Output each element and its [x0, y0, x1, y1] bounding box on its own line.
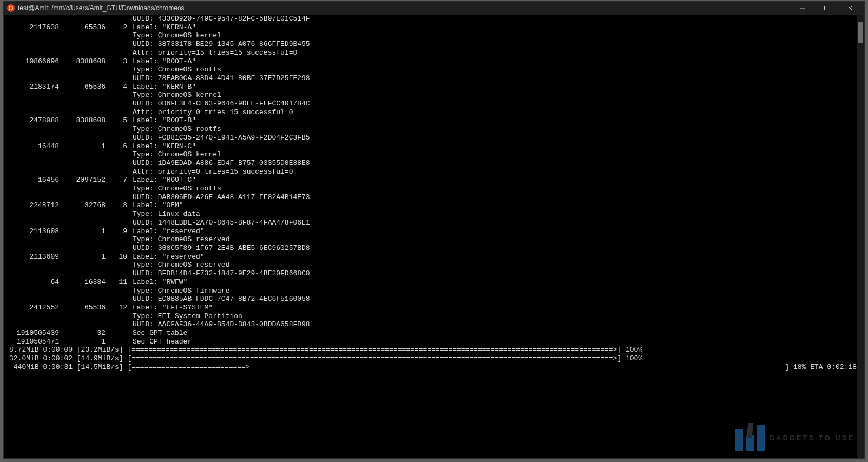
- close-button[interactable]: [838, 2, 862, 15]
- partition-row: 19105054711Sec GPT header: [9, 338, 858, 346]
- maximize-button[interactable]: [814, 2, 838, 15]
- partition-detail-line: Type: Linux data: [9, 210, 858, 219]
- terminal-window: test@Amit: /mnt/c/Users/Amit_GTU/Downloa…: [3, 1, 865, 459]
- scrollbar-thumb[interactable]: [858, 22, 863, 43]
- partition-row: 2183174655364Label: "KERN-B": [9, 83, 858, 91]
- minimize-button[interactable]: [791, 2, 814, 15]
- partition-detail-line: Attr: priority=0 tries=15 successful=0: [9, 168, 858, 176]
- partition-row: 24125526553612Label: "EFI-SYSTEM": [9, 303, 858, 312]
- partition-detail-line: UUID: 1DA9EDAD-A886-ED4F-B757-03355D0E88…: [9, 159, 858, 168]
- partition-row: 247808883886085Label: "ROOT-B": [9, 116, 858, 125]
- progress-line: 440MiB 0:00:31 [14.5MiB/s] [============…: [9, 363, 858, 372]
- progress-line: 32.0MiB 0:00:02 [14.9MiB/s] [===========…: [9, 354, 858, 363]
- svg-rect-1: [825, 6, 828, 10]
- progress-line: 8.72MiB 0:00:00 [23.2MiB/s] [===========…: [9, 346, 858, 354]
- partition-row: 1644816Label: "KERN-C": [9, 142, 858, 151]
- partition-detail-line: Attr: priority=15 tries=15 successful=0: [9, 49, 858, 57]
- partition-row: 191050543932Sec GPT table: [9, 329, 858, 338]
- partition-row: 211360819Label: "reserved": [9, 227, 858, 236]
- partition-detail-line: UUID: BFDB14D4-F732-1847-9E29-4BE20FD668…: [9, 269, 858, 278]
- partition-row: 2117638655362Label: "KERN-A": [9, 23, 858, 32]
- partition-detail-line: UUID: 78EAB0CA-88D4-4D41-80BF-37E7D25FE2…: [9, 74, 858, 83]
- partition-detail-line: Type: ChromeOS kernel: [9, 31, 858, 40]
- partition-detail-line: Type: ChromeOS rootfs: [9, 184, 858, 193]
- watermark-text: GADGETS TO USE: [769, 434, 854, 442]
- partition-detail-line: Type: ChromeOS kernel: [9, 150, 858, 159]
- partition-detail-line: Type: ChromeOS rootfs: [9, 125, 858, 134]
- partition-row: 1645620971527Label: "ROOT-C": [9, 176, 858, 184]
- window-title: test@Amit: /mnt/c/Users/Amit_GTU/Downloa…: [18, 4, 791, 12]
- partition-detail-line: Type: ChromeOS kernel: [9, 91, 858, 100]
- partition-detail-line: Attr: priority=0 tries=15 successful=0: [9, 108, 858, 117]
- titlebar[interactable]: test@Amit: /mnt/c/Users/Amit_GTU/Downloa…: [4, 2, 864, 15]
- partition-detail-line: UUID: 433CD920-749C-9547-82FC-5B97E01C51…: [9, 15, 858, 23]
- watermark: GADGETS TO USE: [735, 425, 854, 451]
- partition-detail-line: Type: ChromeOS rootfs: [9, 65, 858, 74]
- partition-detail-line: UUID: 1448EBDE-2A70-8645-BF87-4FAA478F06…: [9, 219, 858, 227]
- partition-detail-line: UUID: DAB306ED-A26E-AA48-A117-FF82A4B14E…: [9, 193, 858, 202]
- partition-detail-line: UUID: FCD81C35-2470-E941-A5A9-F2D04F2C3F…: [9, 134, 858, 142]
- partition-row: 1086669683886083Label: "ROOT-A": [9, 57, 858, 66]
- partition-detail-line: Type: ChromeOS firmware: [9, 287, 858, 295]
- partition-detail-line: UUID: EC0B85AB-FDDC-7C47-8B72-4EC6F51600…: [9, 295, 858, 303]
- partition-detail-line: Type: EFI System Partition: [9, 312, 858, 321]
- terminal-output: UUID: 433CD920-749C-9547-82FC-5B97E01C51…: [4, 15, 864, 458]
- partition-detail-line: Type: ChromeOS reserved: [9, 235, 858, 244]
- partition-detail-line: UUID: AACFAF36-44A9-B54D-B843-0BDDA658FD…: [9, 320, 858, 329]
- ubuntu-icon: [7, 4, 15, 12]
- watermark-logo-icon: [735, 425, 765, 451]
- scrollbar-track[interactable]: [857, 15, 864, 458]
- partition-detail-line: UUID: 0D6FE3E4-CE63-9646-9DEE-FEFCC4017B…: [9, 100, 858, 108]
- partition-row: 2113609110Label: "reserved": [9, 253, 858, 261]
- partition-detail-line: Type: ChromeOS reserved: [9, 261, 858, 269]
- partition-detail-line: UUID: 38733178-BE29-1345-A076-866FFED9B4…: [9, 40, 858, 49]
- partition-row: 641638411Label: "RWFW": [9, 278, 858, 287]
- partition-row: 2248712327688Label: "OEM": [9, 201, 858, 210]
- partition-detail-line: UUID: 308C5F89-1F67-2E4B-ABE5-6EC960257B…: [9, 244, 858, 253]
- terminal-viewport[interactable]: UUID: 433CD920-749C-9547-82FC-5B97E01C51…: [4, 15, 864, 458]
